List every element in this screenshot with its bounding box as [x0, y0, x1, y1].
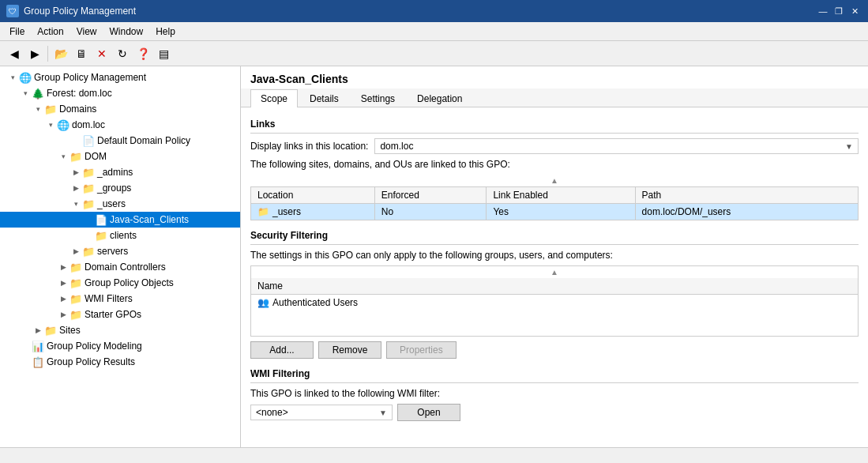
menu-view[interactable]: View [70, 24, 103, 39]
tree-default-domain-label: Default Domain Policy [97, 135, 190, 146]
up-button[interactable]: 🖥 [72, 44, 91, 63]
tree-domains-item[interactable]: ▾ 📁 Domains [0, 101, 240, 117]
remove-button[interactable]: Remove [318, 341, 381, 359]
ddp-icon: 📄 [82, 135, 95, 147]
menu-help[interactable]: Help [149, 24, 182, 39]
minimize-button[interactable]: — [816, 4, 830, 18]
table-row[interactable]: 📁 _users No Yes dom.loc/DOM/_users [251, 204, 859, 220]
dc-expand-icon[interactable]: ▶ [57, 261, 70, 273]
tabs-container: Scope Details Settings Delegation [241, 88, 868, 107]
tab-delegation[interactable]: Delegation [407, 89, 472, 107]
domains-icon: 📁 [44, 104, 57, 115]
tree-admins-item[interactable]: ▶ 📁 _admins [0, 164, 240, 180]
col-location[interactable]: Location [251, 187, 375, 204]
forward-button[interactable]: ▶ [25, 44, 44, 63]
main-container: ▾ 🌐 Group Policy Management ▾ 🌲 Forest: … [0, 66, 868, 447]
tree-root-item[interactable]: ▾ 🌐 Group Policy Management [0, 70, 240, 85]
tree-forest-item[interactable]: ▾ 🌲 Forest: dom.loc [0, 85, 240, 101]
tab-details[interactable]: Details [299, 89, 349, 107]
tree-java-scan-item[interactable]: 📄 Java-Scan_Clients [0, 212, 240, 228]
tree-default-domain-item[interactable]: 📄 Default Domain Policy [0, 133, 240, 149]
tree-gpo-item[interactable]: ▶ 📁 Group Policy Objects [0, 275, 240, 291]
sites-icon: 📁 [44, 325, 57, 337]
wmi-expand-icon[interactable]: ▶ [57, 292, 70, 305]
title-bar-left: 🛡 Group Policy Management [6, 5, 136, 17]
list-button[interactable]: ▤ [154, 44, 173, 63]
tree-servers-label: servers [97, 246, 128, 257]
servers-expand-icon[interactable]: ▶ [70, 245, 82, 258]
admins-expand-icon[interactable]: ▶ [70, 166, 82, 179]
restore-button[interactable]: ❐ [832, 4, 846, 18]
tree-starter-label: Starter GPOs [85, 309, 141, 320]
status-bar [0, 447, 868, 463]
cell-enforced: No [374, 204, 487, 220]
col-link-enabled[interactable]: Link Enabled [487, 187, 635, 204]
folder-small-icon: 📁 [257, 206, 269, 217]
groups-expand-icon[interactable]: ▶ [70, 182, 82, 194]
wmi-desc: This GPO is linked to the following WMI … [250, 388, 859, 399]
tree-dom-label: DOM [85, 151, 107, 162]
security-list-item[interactable]: 👥 Authenticated Users [251, 295, 858, 311]
tree-users-item[interactable]: ▾ 📁 _users [0, 196, 240, 212]
domloc-expand-icon[interactable]: ▾ [44, 119, 57, 131]
tree-sites-label: Sites [59, 325, 81, 336]
back-button[interactable]: ◀ [5, 44, 24, 63]
gpo-expand-icon[interactable]: ▶ [57, 277, 70, 289]
tree-gpr-item[interactable]: 📋 Group Policy Results [0, 354, 240, 370]
properties-button[interactable]: Properties [386, 341, 457, 359]
tree-gpm-item[interactable]: 📊 Group Policy Modeling [0, 338, 240, 354]
root-expand-icon[interactable]: ▾ [6, 71, 19, 84]
menu-window[interactable]: Window [103, 24, 150, 39]
tree-starter-item[interactable]: ▶ 📁 Starter GPOs [0, 307, 240, 322]
users-expand-icon[interactable]: ▾ [70, 198, 82, 210]
tree-dc-item[interactable]: ▶ 📁 Domain Controllers [0, 259, 240, 275]
wmi-header: WMI Filtering [250, 368, 859, 383]
menu-action[interactable]: Action [31, 24, 70, 39]
gpo-links-table: Location Enforced Link Enabled Path 📁 _u… [250, 186, 859, 220]
domain-dropdown[interactable]: dom.loc ▼ [374, 138, 859, 154]
title-bar-controls: — ❐ ✕ [816, 4, 862, 18]
title-bar: 🛡 Group Policy Management — ❐ ✕ [0, 0, 868, 22]
tree-clients-item[interactable]: 📁 clients [0, 228, 240, 243]
close-button[interactable]: ✕ [847, 4, 862, 18]
open-button[interactable]: 📂 [51, 44, 70, 63]
servers-icon: 📁 [82, 246, 95, 258]
clients-icon: 📁 [95, 230, 107, 242]
tab-scope[interactable]: Scope [250, 89, 298, 107]
tree-servers-item[interactable]: ▶ 📁 servers [0, 243, 240, 259]
tree-groups-item[interactable]: ▶ 📁 _groups [0, 180, 240, 196]
wmi-dropdown[interactable]: <none> ▼ [250, 405, 393, 420]
title-bar-title: Group Policy Management [24, 6, 136, 17]
col-path[interactable]: Path [635, 187, 858, 204]
dom-expand-icon[interactable]: ▾ [57, 150, 70, 163]
domains-expand-icon[interactable]: ▾ [32, 103, 44, 115]
tree-sites-item[interactable]: ▶ 📁 Sites [0, 322, 240, 338]
security-list[interactable]: ▲ Name 👥 Authenticated Users [250, 265, 859, 337]
cell-location: 📁 _users [251, 204, 375, 220]
wmi-icon: 📁 [70, 293, 82, 305]
help-button[interactable]: ❓ [133, 44, 152, 63]
sites-expand-icon[interactable]: ▶ [32, 324, 44, 337]
domain-dropdown-value: dom.loc [380, 141, 413, 152]
tree-dom-item[interactable]: ▾ 📁 DOM [0, 149, 240, 164]
security-name-col-label: Name [257, 280, 283, 292]
tree-wmi-item[interactable]: ▶ 📁 WMI Filters [0, 291, 240, 307]
menu-file[interactable]: File [3, 24, 31, 39]
tab-content: Links Display links in this location: do… [241, 107, 868, 429]
forest-icon: 🌲 [32, 88, 44, 100]
users-icon: 📁 [82, 198, 95, 210]
refresh-button[interactable]: ↻ [113, 44, 132, 63]
tree-gpo-label: Group Policy Objects [85, 277, 174, 288]
col-enforced[interactable]: Enforced [374, 187, 487, 204]
add-button[interactable]: Add... [250, 341, 314, 359]
forest-expand-icon[interactable]: ▾ [19, 87, 32, 100]
starter-expand-icon[interactable]: ▶ [57, 308, 70, 321]
wmi-open-button[interactable]: Open [397, 404, 460, 421]
left-panel: ▾ 🌐 Group Policy Management ▾ 🌲 Forest: … [0, 66, 241, 447]
security-header: Security Filtering [250, 230, 859, 245]
delete-button[interactable]: ✕ [92, 44, 111, 63]
tab-settings[interactable]: Settings [351, 89, 405, 107]
location-icon: 📁 _users [257, 206, 301, 217]
tree-domains-label: Domains [59, 104, 96, 115]
tree-domloc-item[interactable]: ▾ 🌐 dom.loc [0, 117, 240, 133]
